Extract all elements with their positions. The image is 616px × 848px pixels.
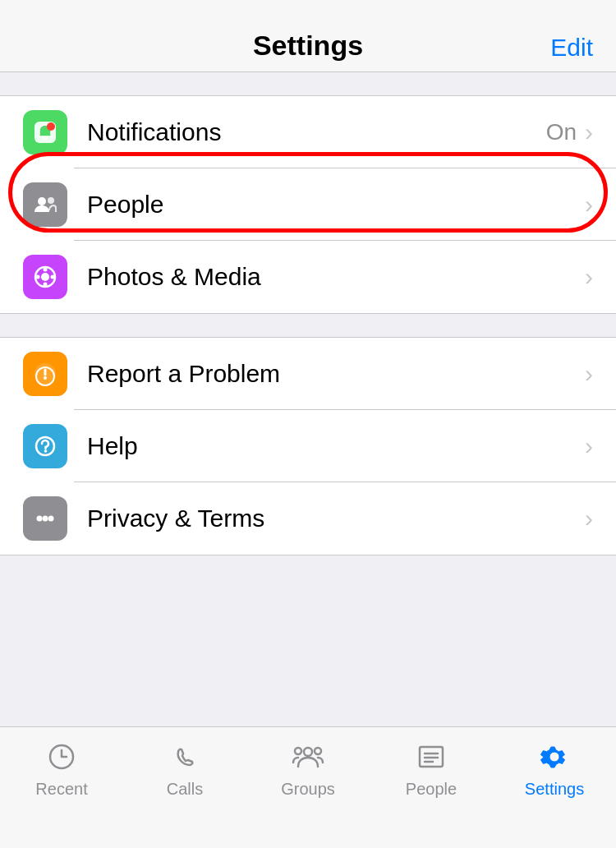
tab-recent[interactable]: Recent	[0, 739, 123, 799]
tab-groups[interactable]: Groups	[246, 739, 370, 799]
tab-people[interactable]: People	[370, 739, 493, 799]
tab-calls[interactable]: Calls	[123, 739, 246, 799]
svg-point-15	[37, 516, 43, 522]
notifications-row[interactable]: Notifications On ›	[0, 96, 616, 168]
svg-point-16	[43, 516, 48, 522]
tab-bar: Recent Calls Groups	[0, 726, 616, 848]
svg-point-17	[48, 516, 54, 522]
groups-icon	[287, 739, 329, 775]
svg-point-19	[304, 748, 312, 756]
report-row[interactable]: Report a Problem ›	[0, 338, 616, 410]
privacy-icon	[23, 496, 67, 541]
privacy-label: Privacy & Terms	[87, 505, 585, 532]
help-icon	[23, 424, 67, 468]
tab-people-label: People	[406, 780, 457, 799]
svg-point-1	[47, 122, 55, 131]
help-row[interactable]: Help ›	[0, 410, 616, 482]
section-2: Report a Problem › Help › Privacy & Term…	[0, 337, 616, 555]
notifications-icon	[23, 110, 67, 154]
notifications-chevron: ›	[585, 118, 593, 146]
privacy-row[interactable]: Privacy & Terms ›	[0, 482, 616, 555]
svg-point-20	[315, 748, 321, 754]
svg-point-6	[44, 268, 48, 272]
tab-recent-label: Recent	[35, 780, 87, 799]
help-label: Help	[87, 432, 585, 460]
svg-point-8	[36, 275, 40, 279]
calls-icon	[163, 739, 206, 775]
svg-point-3	[48, 197, 54, 204]
photos-row[interactable]: Photos & Media ›	[0, 241, 616, 313]
photos-chevron: ›	[585, 263, 593, 291]
tab-calls-label: Calls	[167, 780, 203, 799]
svg-point-21	[295, 748, 301, 754]
tab-groups-label: Groups	[281, 780, 335, 799]
photos-icon	[23, 255, 67, 299]
svg-point-12	[44, 376, 47, 380]
people-label: People	[87, 191, 585, 219]
photos-label: Photos & Media	[87, 263, 585, 291]
report-chevron: ›	[585, 360, 593, 388]
people-tab-icon	[410, 739, 453, 775]
recent-icon	[40, 739, 83, 775]
tab-settings-label: Settings	[525, 780, 584, 799]
notifications-value: On	[546, 119, 577, 145]
page-title: Settings	[253, 30, 363, 62]
settings-icon	[533, 739, 576, 775]
svg-point-5	[41, 273, 49, 281]
svg-point-14	[44, 449, 48, 453]
svg-point-2	[38, 197, 46, 205]
people-row[interactable]: People ›	[0, 168, 616, 241]
people-icon	[23, 182, 67, 227]
help-chevron: ›	[585, 432, 593, 460]
section-1: Notifications On › People ›	[0, 95, 616, 314]
tab-settings[interactable]: Settings	[493, 739, 616, 799]
svg-point-9	[51, 275, 55, 279]
notifications-label: Notifications	[87, 118, 546, 146]
report-label: Report a Problem	[87, 360, 585, 388]
svg-point-7	[44, 283, 48, 287]
privacy-chevron: ›	[585, 505, 593, 532]
header: Settings Edit	[0, 0, 616, 72]
report-icon	[23, 352, 67, 396]
edit-button[interactable]: Edit	[550, 34, 593, 62]
people-chevron: ›	[585, 191, 593, 219]
svg-point-26	[549, 752, 559, 762]
